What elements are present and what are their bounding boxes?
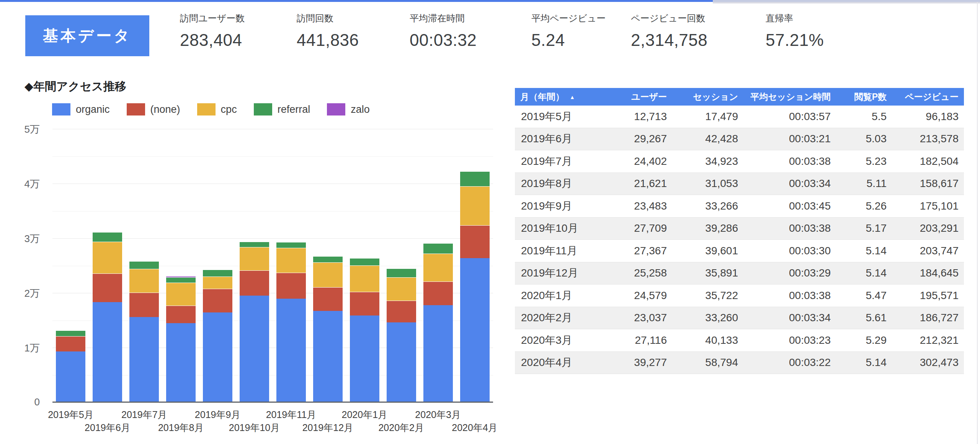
bar-segment-2020年3月-organic[interactable] [423, 305, 453, 402]
x-axis-line [52, 402, 493, 403]
chart-plot-area [52, 129, 493, 402]
legend-item-zalo: zalo [327, 103, 370, 115]
bar-segment-2019年12月-none[interactable] [313, 287, 343, 311]
x-axis-tick-label: 2020年2月 [359, 421, 443, 434]
bar-segment-2020年2月-cpc[interactable] [387, 277, 416, 301]
table-cell: 5.61 [836, 307, 892, 329]
column-header-3[interactable]: 平均セッション時間 [743, 88, 836, 106]
bar-segment-2020年1月-referral[interactable] [350, 258, 379, 265]
kpi-visits: 訪問回数 441,836 [297, 12, 359, 50]
column-header-2[interactable]: セッション [672, 88, 743, 106]
top-scrollbar-track[interactable] [713, 0, 980, 3]
bar-segment-2019年5月-organic[interactable] [56, 351, 85, 402]
bar-segment-2019年7月-organic[interactable] [129, 317, 159, 402]
bar-segment-2020年3月-referral[interactable] [423, 243, 453, 254]
column-header-0[interactable]: 月（年間）▲ [515, 88, 603, 106]
bar-segment-2019年8月-referral[interactable] [166, 277, 196, 283]
table-cell: 213,578 [892, 128, 964, 150]
legend-swatch-icon [127, 103, 145, 115]
bar-segment-2019年9月-referral[interactable] [203, 270, 232, 277]
table-cell: 12,713 [603, 106, 672, 128]
kpi-label: 訪問ユーザー数 [180, 12, 245, 24]
bar-segment-2020年3月-none[interactable] [423, 281, 453, 305]
bar-segment-2019年12月-referral[interactable] [313, 256, 343, 262]
bar-segment-2019年10月-referral[interactable] [240, 242, 269, 247]
table-cell: 17,479 [672, 106, 743, 128]
bar-segment-2019年6月-cpc[interactable] [93, 242, 122, 273]
bar-segment-2020年1月-organic[interactable] [350, 316, 379, 402]
column-header-4[interactable]: 閲覧P数 [836, 88, 892, 106]
table-cell: 00:03:45 [743, 195, 836, 218]
table-cell: 24,402 [603, 150, 672, 173]
bar-segment-2020年1月-none[interactable] [350, 292, 379, 316]
table-cell: 2019年12月 [515, 262, 603, 285]
kpi-avg-pageviews: 平均ページビュー 5.24 [531, 12, 606, 50]
bar-segment-2020年4月-cpc[interactable] [460, 186, 490, 225]
table-cell: 5.11 [836, 172, 892, 195]
window-edge-divider [977, 2, 978, 444]
bar-segment-2019年7月-none[interactable] [129, 293, 159, 317]
table-cell: 302,473 [892, 351, 964, 374]
bar-segment-2019年9月-cpc[interactable] [203, 276, 232, 288]
table-cell: 00:03:21 [743, 128, 836, 150]
kpi-label: 平均ページビュー [531, 12, 606, 24]
table-cell: 203,747 [892, 240, 964, 262]
minor-gridline [52, 156, 493, 157]
table-cell: 00:03:22 [743, 351, 836, 374]
column-header-label: セッション [693, 92, 738, 102]
bar-segment-2019年11月-none[interactable] [276, 273, 306, 299]
bar-segment-2019年9月-none[interactable] [203, 289, 232, 313]
bar-segment-2019年11月-organic[interactable] [276, 299, 306, 402]
table-header: 月（年間）▲ユーザーセッション平均セッション時間閲覧P数ページビュー [515, 88, 964, 106]
bar-segment-2020年2月-none[interactable] [387, 301, 416, 322]
bar-segment-2019年8月-cpc[interactable] [166, 283, 196, 306]
kpi-visiting-users: 訪問ユーザー数 283,404 [180, 12, 245, 50]
bar-segment-2019年12月-cpc[interactable] [313, 262, 343, 287]
bar-segment-2019年7月-referral[interactable] [129, 261, 159, 269]
bar-segment-2019年7月-cpc[interactable] [129, 269, 159, 292]
table-row: 2020年1月24,57935,72200:03:385.47195,571 [515, 285, 964, 307]
bar-segment-2019年10月-none[interactable] [240, 270, 269, 295]
bar-segment-2019年6月-none[interactable] [93, 273, 122, 303]
bar-segment-2019年10月-organic[interactable] [240, 296, 269, 402]
bar-segment-2020年4月-none[interactable] [460, 225, 490, 258]
bar-segment-2019年8月-zalo[interactable] [166, 276, 196, 277]
table-cell: 96,183 [892, 106, 964, 128]
table-row: 2019年6月29,26742,42800:03:215.03213,578 [515, 128, 964, 150]
table-row: 2019年8月21,62131,05300:03:345.11158,617 [515, 172, 964, 195]
table-cell: 212,321 [892, 329, 964, 352]
table-cell: 2020年2月 [515, 307, 603, 329]
bar-segment-2020年4月-referral[interactable] [460, 171, 490, 186]
bar-segment-2019年5月-referral[interactable] [56, 330, 85, 336]
table-cell: 33,266 [672, 195, 743, 218]
section-badge: 基本データ [25, 15, 149, 56]
bar-segment-2019年11月-referral[interactable] [276, 242, 306, 248]
bar-segment-2019年12月-organic[interactable] [313, 311, 343, 402]
bar-segment-2020年2月-organic[interactable] [387, 322, 416, 402]
bar-segment-2019年8月-organic[interactable] [166, 323, 196, 402]
bar-segment-2019年9月-organic[interactable] [203, 312, 232, 402]
bar-segment-2020年4月-organic[interactable] [460, 258, 490, 402]
legend-swatch-icon [254, 103, 272, 115]
bar-segment-2019年6月-organic[interactable] [93, 302, 122, 402]
bar-segment-2019年8月-none[interactable] [166, 306, 196, 323]
bar-segment-2020年1月-cpc[interactable] [350, 265, 379, 292]
legend-label: (none) [150, 104, 180, 115]
bar-segment-2019年11月-cpc[interactable] [276, 248, 306, 273]
bar-segment-2019年5月-none[interactable] [56, 336, 85, 351]
kpi-avg-time-on-site: 平均滞在時間 00:03:32 [410, 12, 477, 50]
table-cell: 175,101 [892, 195, 964, 218]
column-header-label: ページビュー [905, 92, 959, 102]
bar-segment-2020年2月-referral[interactable] [387, 268, 416, 277]
minor-gridline [52, 211, 493, 211]
table-cell: 00:03:34 [743, 307, 836, 329]
x-axis-tick-label: 2019年9月 [176, 408, 260, 421]
bar-segment-2020年3月-cpc[interactable] [423, 254, 453, 281]
kpi-value: 283,404 [180, 31, 245, 50]
column-header-1[interactable]: ユーザー [603, 88, 672, 106]
table-cell: 42,428 [672, 128, 743, 150]
bar-segment-2019年10月-cpc[interactable] [240, 247, 269, 270]
column-header-5[interactable]: ページビュー [892, 88, 964, 106]
bar-segment-2019年6月-referral[interactable] [93, 232, 122, 242]
kpi-value: 441,836 [297, 31, 359, 50]
